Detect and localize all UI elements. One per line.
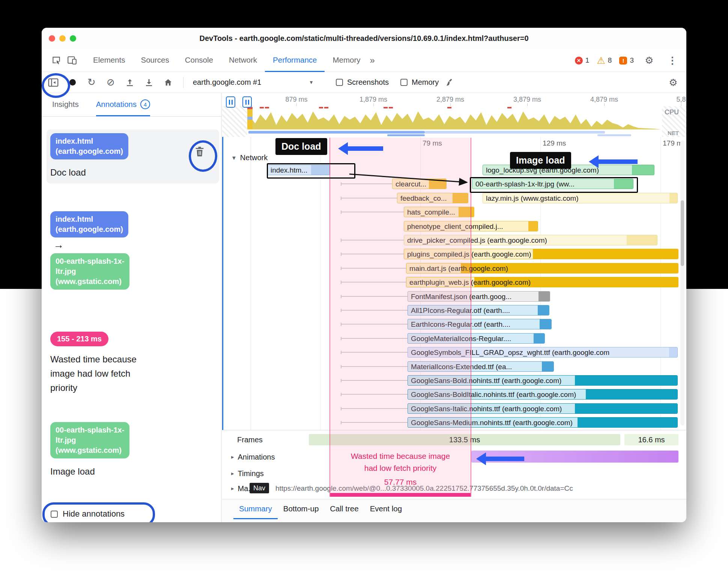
network-request-bar[interactable]: drive_picker_compiled.js (earth.google.c…	[404, 235, 657, 245]
live-metrics-icon[interactable]	[160, 74, 176, 91]
network-request-bar[interactable]: clearcut...	[392, 179, 447, 189]
device-toolbar-icon[interactable]	[64, 52, 80, 69]
overview-tick-label: 1,879 ms	[359, 96, 387, 104]
network-request-bar[interactable]: earthplugin_web.js (earth.google.com)	[406, 277, 678, 287]
animations-track-label: Animations	[238, 453, 275, 461]
zoom-window-button[interactable]	[70, 35, 76, 42]
network-request-bar[interactable]: lazy.min.js (www.gstatic.com)	[483, 193, 678, 203]
bottom-tab-summary[interactable]: Summary	[233, 499, 278, 519]
annotation-entry[interactable]: 00-earth-splash-1x-ltr.jpg(www.gstatic.c…	[47, 418, 219, 482]
frame-bar[interactable]: 16.6 ms	[624, 434, 678, 445]
request-lead-line	[341, 338, 408, 339]
image-load-arrow-icon	[589, 155, 638, 168]
network-request-bar[interactable]: phenotype_client_compiled.j...	[404, 221, 538, 231]
network-track-header[interactable]: ▼ Network	[231, 153, 268, 162]
network-request-bar[interactable]: EarthIcons-Regular.otf (earth....	[408, 319, 552, 329]
issues-badge[interactable]: ! 3	[619, 56, 634, 65]
network-request-bar[interactable]: hats_compile...	[404, 207, 474, 217]
target-selector[interactable]: earth.google.com #1	[191, 78, 305, 87]
settings-gear-icon[interactable]: ⚙	[641, 52, 657, 69]
scrollbar-thumb[interactable]	[681, 200, 684, 266]
more-tabs-icon[interactable]: »	[370, 55, 375, 66]
tab-memory[interactable]: Memory	[325, 49, 368, 72]
download-profile-icon[interactable]	[141, 74, 157, 91]
pause-button[interactable]	[226, 96, 235, 108]
bottom-tab-call-tree[interactable]: Call tree	[324, 499, 364, 519]
screenshots-checkbox[interactable]	[336, 79, 343, 86]
memory-toggle[interactable]: Memory	[400, 78, 439, 87]
network-request-bar[interactable]: GoogleSans-Medium.nohints.ttf (earth.goo…	[408, 417, 678, 428]
request-label: GoogleSans-Bold.nohints.ttf (earth.googl…	[411, 377, 561, 385]
record-icon[interactable]	[65, 74, 80, 91]
collapse-triangle-icon[interactable]: ▸	[231, 454, 234, 460]
annotation-entry[interactable]: index.html(earth.google.com)Doc load	[47, 129, 219, 183]
close-window-button[interactable]	[49, 35, 55, 42]
delete-annotation-button[interactable]	[194, 146, 206, 159]
pause-button[interactable]	[242, 96, 252, 108]
request-download-segment	[542, 362, 554, 371]
tab-network[interactable]: Network	[221, 49, 265, 72]
network-request-bar[interactable]: main.dart.js (earth.google.com)	[406, 263, 678, 273]
bottom-tab-event-log[interactable]: Event log	[364, 499, 408, 519]
upload-profile-icon[interactable]	[122, 74, 138, 91]
network-request-bar[interactable]: index.htm...	[267, 165, 330, 175]
clear-icon[interactable]: ⊘	[103, 74, 119, 91]
overview-tickmark	[604, 103, 605, 106]
network-request-bar[interactable]: All1PIcons-Regular.otf (earth....	[408, 305, 549, 316]
memory-checkbox[interactable]	[400, 79, 408, 86]
tab-performance[interactable]: Performance	[265, 49, 325, 72]
tab-elements[interactable]: Elements	[85, 49, 133, 72]
collapse-triangle-icon[interactable]: ▸	[231, 485, 234, 492]
hide-annotations-checkbox[interactable]	[51, 511, 58, 518]
network-request-bar[interactable]: GoogleSymbols_FILL_GRAD_opsz_wght.ttf (e…	[408, 347, 678, 358]
request-lead-line	[341, 212, 404, 212]
inspect-icon[interactable]	[48, 52, 64, 69]
wasted-time-annotation: Wasted time because image had low fetch …	[329, 450, 471, 488]
console-warnings-badge[interactable]: ⚠ 8	[597, 55, 612, 66]
network-request-bar[interactable]: MaterialIcons-Extended.ttf (ea...	[408, 361, 554, 372]
toggle-sidebar-icon[interactable]	[45, 74, 61, 91]
hide-annotations-row[interactable]: Hide annotations	[51, 509, 125, 519]
annotation-entry[interactable]: 155 - 213 msWasted time becauseimage had…	[47, 328, 219, 399]
tab-annotations[interactable]: Annotations4	[96, 93, 150, 116]
console-errors-badge[interactable]: ✕ 1	[575, 56, 590, 65]
frame-bar[interactable]: 133.5 ms	[309, 434, 620, 445]
collect-garbage-icon[interactable]	[442, 74, 458, 91]
network-request-bar[interactable]: GoogleSans-Bold.nohints.ttf (earth.googl…	[408, 375, 678, 386]
bottom-tab-bottom-up[interactable]: Bottom-up	[278, 499, 325, 519]
request-label: GoogleMaterialIcons-Regular....	[411, 335, 511, 343]
net-overview: NET	[222, 130, 686, 137]
minimize-window-button[interactable]	[59, 35, 66, 42]
image-load-callout: Image load	[510, 152, 571, 169]
request-download-segment	[575, 376, 677, 385]
long-task-mark	[507, 107, 511, 108]
network-request-bar[interactable]: GoogleSans-Italic.nohints.ttf (earth.goo…	[408, 403, 678, 414]
collapse-triangle-icon[interactable]: ▸	[231, 470, 234, 477]
network-request-bar[interactable]: FontManifest.json (earth.goog...	[408, 291, 550, 302]
annotation-entry[interactable]: index.html(earth.google.com)→00-earth-sp…	[47, 207, 219, 293]
network-request-bar[interactable]: feedback_co...	[397, 193, 468, 203]
frames-track-label[interactable]: Frames	[237, 436, 263, 444]
network-request-bar[interactable]: GoogleSans-BoldItalic.nohints.ttf (earth…	[408, 389, 678, 400]
capture-settings-icon[interactable]: ⚙	[665, 74, 681, 91]
request-download-segment	[311, 165, 330, 175]
waterfall-scrollbar[interactable]	[680, 140, 684, 425]
reload-record-icon[interactable]: ↻	[84, 74, 99, 91]
request-download-segment	[578, 418, 677, 427]
collapse-triangle-icon[interactable]: ▼	[231, 155, 237, 161]
network-request-bar[interactable]: 00-earth-splash-1x-ltr.jpg (ww...	[472, 179, 633, 189]
request-lead-line	[341, 380, 408, 381]
overview-tickmark	[296, 103, 297, 106]
screenshots-toggle[interactable]: Screenshots	[336, 78, 389, 87]
target-selector-caret-icon[interactable]: ▼	[309, 80, 314, 85]
network-request-bar[interactable]: plugins_compiled.js (earth.google.com)	[404, 249, 678, 259]
request-lead-line	[341, 198, 397, 198]
network-waterfall[interactable]: ▼ Network ... 79 ms129 ms179 mindex.htm.…	[222, 137, 686, 430]
tab-console[interactable]: Console	[177, 49, 221, 72]
kebab-menu-icon[interactable]: ⋮	[665, 52, 680, 69]
tab-sources[interactable]: Sources	[133, 49, 177, 72]
target-selector-value: earth.google.com #1	[193, 78, 261, 86]
network-request-bar[interactable]: GoogleMaterialIcons-Regular....	[408, 333, 545, 344]
timeline-overview[interactable]: 879 ms1,879 ms2,879 ms3,879 ms4,879 ms5,…	[222, 93, 686, 137]
tab-insights[interactable]: Insights	[52, 93, 79, 116]
